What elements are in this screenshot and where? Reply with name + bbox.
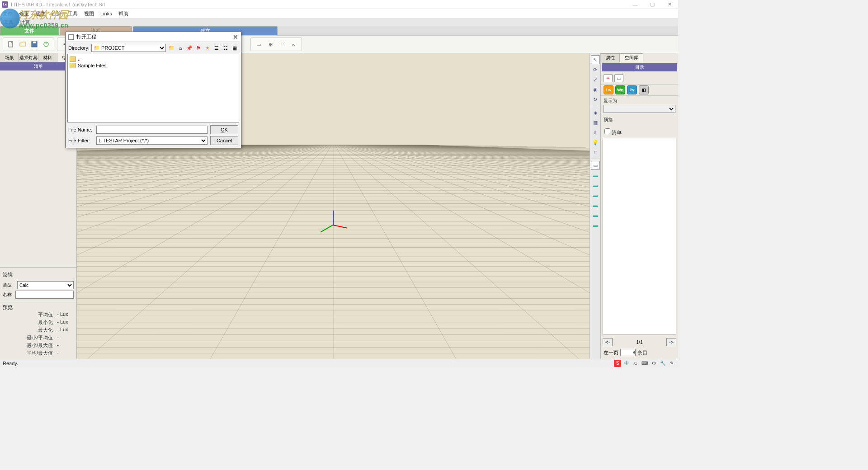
lp-tab-lights[interactable]: 选择灯具 xyxy=(19,53,38,62)
light-type-icon[interactable]: ☀ xyxy=(604,74,613,82)
sub-tools[interactable]: 工具 xyxy=(4,19,14,26)
lw-badge[interactable]: Lw xyxy=(604,85,613,94)
detail-view-icon[interactable]: ☷ xyxy=(222,44,229,52)
pv-avgmax-label: 平均/最大值 xyxy=(3,350,56,357)
lamp-icon[interactable]: 💡 xyxy=(591,138,600,147)
up-folder-icon[interactable]: 📁 xyxy=(168,44,175,52)
cancel-button[interactable]: Cancel xyxy=(210,136,238,145)
directory-select[interactable]: 📁 PROJECT xyxy=(91,44,166,52)
tray-icon-3[interactable]: ⚙ xyxy=(650,360,657,367)
power-icon[interactable] xyxy=(41,39,51,49)
filter-type-select[interactable]: Calc xyxy=(17,281,74,289)
directory-label: Directory: xyxy=(68,45,90,51)
cursor-icon[interactable]: ↖ xyxy=(591,55,600,64)
grid-view-icon[interactable]: ▦ xyxy=(231,44,238,52)
sub-bar: 工具 计算 xyxy=(0,18,678,26)
ok-button[interactable]: OOKK xyxy=(210,125,238,134)
eye-icon[interactable]: ◉ xyxy=(591,85,600,94)
dialog-icon xyxy=(68,34,74,40)
rp-header: 目录 xyxy=(602,63,677,71)
cube-icon[interactable]: ◈ xyxy=(591,108,600,117)
close-button[interactable]: ✕ xyxy=(661,0,678,9)
flag-icon[interactable]: ⚑ xyxy=(195,44,202,52)
screen-icon[interactable]: ▭ xyxy=(614,74,623,82)
ribbon-tab-file[interactable]: 文件 xyxy=(0,26,59,35)
window-title: LITESTAR 4D - Litecalc v.1 (c)OxyTech Sr… xyxy=(11,2,105,7)
menu-create[interactable]: 建立 xyxy=(35,10,45,17)
view6-icon[interactable]: ▬ xyxy=(591,211,600,220)
tray-ime-icon[interactable]: 中 xyxy=(623,360,630,367)
tray-icon-2[interactable]: ⌨ xyxy=(641,360,648,367)
tray-icon-1[interactable]: ☺ xyxy=(632,360,639,367)
view3-icon[interactable]: ▬ xyxy=(591,181,600,190)
link-icon[interactable]: ∞ xyxy=(289,39,299,49)
app-icon: Lc xyxy=(2,1,8,8)
rotate-icon[interactable]: ↻ xyxy=(591,95,600,104)
view5-icon[interactable]: ▬ xyxy=(591,201,600,210)
rp-tab-props[interactable]: 属性 xyxy=(601,53,620,62)
perpage-label2: 条目 xyxy=(637,349,647,356)
menu-tools[interactable]: 工具 xyxy=(68,10,78,17)
db-badge[interactable]: ◧ xyxy=(639,85,649,94)
frame-icon[interactable]: ⌗ xyxy=(591,148,600,157)
folder-icon xyxy=(70,63,76,68)
file-list[interactable]: .. Sample Files xyxy=(67,54,239,122)
grid-icon[interactable]: ⊞ xyxy=(265,39,275,49)
tray-icon-5[interactable]: ✎ xyxy=(668,360,675,367)
points-icon[interactable]: ∷ xyxy=(277,39,287,49)
pager-next[interactable]: -> xyxy=(666,338,676,346)
pager-prev[interactable]: <- xyxy=(603,338,613,346)
filefilter-select[interactable]: LITESTAR Project (*.*) xyxy=(96,136,208,145)
filter-name-input[interactable] xyxy=(15,291,74,299)
sub-calc[interactable]: 计算 xyxy=(20,19,30,26)
shape-icon[interactable]: ▭ xyxy=(254,39,264,49)
pv-minavg-label: 最小/平均值 xyxy=(3,334,56,341)
lp-tab-scene[interactable]: 场景 xyxy=(0,53,19,62)
menu-help[interactable]: 帮助 xyxy=(118,10,128,17)
down-icon[interactable]: ⇩ xyxy=(591,128,600,137)
title-bar: Lc LITESTAR 4D - Litecalc v.1 (c)OxyTech… xyxy=(0,0,678,9)
menu-view[interactable]: 视图 xyxy=(84,10,94,17)
menu-links[interactable]: Links xyxy=(100,11,112,16)
right-panel: 属性 空间库 目录 ☀ ▭ Lw Wg Pv ◧ 显示为 预览 清单 <- 1/… xyxy=(600,53,678,359)
tray-sogou-icon[interactable]: S xyxy=(614,360,621,367)
minimize-button[interactable]: — xyxy=(627,0,644,9)
wg-badge[interactable]: Wg xyxy=(615,85,625,94)
menu-bar: 文件 修正 建立 计算 工具 视图 Links 帮助 xyxy=(0,9,678,18)
save-file-icon[interactable] xyxy=(29,39,39,49)
display-as-select[interactable] xyxy=(604,105,675,113)
new-file-icon[interactable] xyxy=(6,39,16,49)
menu-calc[interactable]: 计算 xyxy=(52,10,61,17)
view2-icon[interactable]: ▬ xyxy=(591,171,600,180)
open-file-icon[interactable] xyxy=(18,39,28,49)
star-icon[interactable]: ★ xyxy=(204,44,211,52)
maximize-button[interactable]: ▢ xyxy=(644,0,661,9)
tray-icon-4[interactable]: 🔧 xyxy=(659,360,666,367)
menu-edit[interactable]: 修正 xyxy=(19,10,29,17)
filter-title: 滤镜 xyxy=(3,269,74,280)
rp-tab-library[interactable]: 空间库 xyxy=(620,53,643,62)
view7-icon[interactable]: ▬ xyxy=(591,221,600,230)
pv-avg-label: 平均值 xyxy=(3,311,56,318)
expand-icon[interactable]: ⤢ xyxy=(591,75,600,84)
view4-icon[interactable]: ▬ xyxy=(591,191,600,200)
boxes-icon[interactable]: ▦ xyxy=(591,118,600,127)
list-view-icon[interactable]: ☰ xyxy=(213,44,220,52)
pv-badge[interactable]: Pv xyxy=(627,85,637,94)
pv-min-label: 最小化 xyxy=(3,319,56,326)
dialog-close-icon[interactable]: ✕ xyxy=(233,33,238,41)
rp-list-checkbox[interactable]: 清单 xyxy=(603,127,676,137)
view1-icon[interactable]: ▭ xyxy=(591,161,600,170)
filter-name-label: 名称 xyxy=(3,291,14,298)
home-icon[interactable]: ⌂ xyxy=(177,44,184,52)
menu-file[interactable]: 文件 xyxy=(3,10,13,17)
perpage-input[interactable] xyxy=(620,349,636,356)
refresh-icon[interactable]: ⟳ xyxy=(591,65,600,74)
filename-input[interactable] xyxy=(96,126,208,134)
pv-max-label: 最大化 xyxy=(3,327,56,334)
list-item: .. xyxy=(70,56,237,62)
dialog-title: 打开工程 xyxy=(76,33,96,40)
lp-tab-materials[interactable]: 材料 xyxy=(38,53,57,62)
preview-title: 预览 xyxy=(3,304,74,311)
pin-icon[interactable]: 📌 xyxy=(186,44,193,52)
